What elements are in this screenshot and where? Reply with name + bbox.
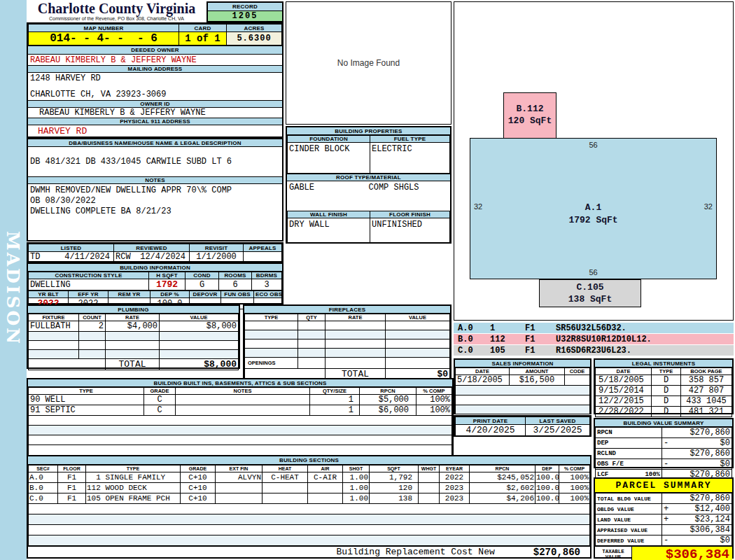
building-information-title: BUILDING INFORMATION [28,264,282,272]
grade-cell: C+10 [181,493,216,504]
mailing-address-label: MAILING ADDRESS [28,65,282,73]
owner-block: DEEDED OWNER RABEAU KIMBERLY B & JEFFERY… [27,45,284,138]
plumbing-table: FIXTURE COUNT RATE VALUE FULLBATH 2 $4,0… [28,314,239,370]
page-title: Charlotte County Virginia [28,1,205,16]
openings-label: OPENINGS [245,358,298,369]
dep-cell: 100.0 [536,493,559,504]
parcel-value-cell: -$0 [662,536,732,546]
air-cell [308,483,343,493]
print-date-value: 4/20/2025 [456,425,526,436]
parcel-value: $23,124 [695,514,730,524]
instrument-book-cell: 433 1045 [681,396,732,407]
dep-cell: 100.0 [536,472,559,483]
built-ins-section: BUILDING BUILT INS, BASEMENTS, ATTICS & … [27,378,454,456]
type-cell: 105 OPEN FRAME PCH [86,493,181,504]
eyear-cell: 2023 [440,493,470,504]
parcel-op: - [664,536,668,545]
whgt-cell [419,472,440,483]
reviewed-value: RCW12/4/2024 [114,252,190,262]
wall-floor-table: WALL FINISH FLOOR FINISH DRY WALL UNFINI… [287,211,450,244]
value-summary-table: RPCN $270,860 DEP -$0 RCLND $270,860 OBS… [595,427,732,480]
revisit-value: 1/1/2000 [190,252,244,262]
legal-instruments: LEGAL INSTRUMENTS DATE TYPE BOOK PAGE 5/… [594,358,734,414]
summary-value-cell: -$0 [662,459,732,470]
legend-sec: B.0 [458,335,490,344]
note-line: OB 08/30/2022 [30,196,280,206]
shgt-cell: 1.00 [343,493,370,504]
building-sections-table: SEC# FLOOR TYPE GRADE EXT FIN HEAT AIR S… [28,465,590,546]
floor-cell: F1 [58,472,86,483]
legal-description-label: DBA/BUISNESS NAME/HOUSE NAME & LEGAL DES… [28,139,282,147]
instrument-type-cell: D [652,375,681,386]
watermark-madison: MADISON [3,231,23,343]
wall-finish-value: DRY WALL [288,218,370,244]
instrument-date-cell: 5/18/2005 [596,375,652,386]
sales-table: DATE AMOUNT CODE 5/18/2005 $16,500 [455,368,590,414]
instruments-header: DATE [596,368,652,375]
sketch-shape-b: B.112 120 SqFt [503,92,556,140]
rooms-label: ROOMS [219,272,252,279]
legal-instruments-table: DATE TYPE BOOK PAGE 5/18/2005 D 358 857 … [595,368,732,417]
shape-b-area: 120 SqFt [504,115,556,127]
summary-value-cell: $270,860 [662,449,732,459]
sketch-shape-a: 56 56 32 32 A.1 1792 SqFt [470,138,717,279]
sketch-legend: A.0 1 F1 SR56U32L56D32. B.0 112 F1 U32R8… [454,323,734,356]
county-header: Charlotte County Virginia Commissioner o… [28,1,205,22]
table-row: 2/28/2022 D 481 321 [596,407,732,417]
empty-row [456,386,590,396]
summary-value: $0 [720,438,730,448]
summary-op: - [664,459,668,469]
count-cell: 2 [79,321,106,332]
notes-cell [176,405,310,416]
parcel-summary-title: PARCEL SUMMARY [595,479,732,493]
revisit-label: REVISIT [190,244,244,252]
value-summary-title: BUILDING VALUE SUMMARY [595,419,732,427]
empty-row [245,321,450,330]
parcel-value-cell: +$23,124 [662,514,732,525]
sections-header: WHGT [419,465,440,472]
legend-code: 1 [490,323,525,333]
sections-header: HEAT [262,465,308,472]
parcel-row: LAND VALUE +$23,124 [596,514,732,525]
notes-cell [176,395,310,405]
legend-code: 105 [490,346,525,356]
cond-value: G [186,279,219,290]
heat-cell [262,483,308,493]
sales-header: AMOUNT [510,368,565,375]
rooms-value: 6 [219,279,252,290]
floor-cell: F1 [58,483,86,493]
foundation-value: CINDER BLOCK [288,143,370,174]
parcel-op: + [664,504,668,514]
dep-label: DEP % [150,291,190,298]
comp-cell: 100% [416,405,452,416]
replacement-cost-label: Building Replacement Cost New [337,547,495,557]
extfin-cell [216,493,262,504]
instrument-type-cell: D [652,407,681,417]
parcel-label: DEFERRED VALUE [596,536,662,546]
foundation-fuel-table: FOUNDATION FUEL TYPE CINDER BLOCK ELECTR… [287,135,450,174]
openings-row: OPENINGS [245,358,450,369]
reviewed-by: RCW [115,252,131,262]
roof-values: GABLE COMP SHGLS [287,181,450,211]
fireplaces-header: VALUE [386,314,450,321]
summary-value: $270,860 [690,428,730,438]
shape-c-area: 138 SqFt [540,293,640,305]
replacement-cost-row: Building Replacement Cost New $270,860 [27,545,592,559]
mailing-line1: 1248 HARVEY RD [30,74,280,83]
rpcn-cell: $5,000 [360,395,416,405]
sale-date-cell: 5/18/2005 [456,375,510,386]
owner-id-value: RABEAU KIMBERLY B & JEFFERY WAYNE [28,108,282,118]
note-line: DWELLING COMPLETE BA 8/21/23 [30,206,280,217]
taxable-row: TAXABLE VALUE $306,384 [595,546,732,560]
empty-row [245,330,450,340]
built-ins-header: % COMP [416,388,452,395]
legend-row-b: B.0 112 F1 U32R8SU10R12D10L12. [454,334,734,344]
summary-op: - [664,438,668,448]
extfin-cell [216,483,262,493]
summary-row: OBS F/E -$0 [596,459,732,470]
built-ins-title: BUILDING BUILT INS, BASEMENTS, ATTICS & … [28,379,452,387]
sections-header: SQFT [370,465,419,472]
built-ins-header: GRADE [144,388,176,395]
last-saved-value: 3/25/2025 [526,425,590,436]
type-cell: 90 WELL [29,395,144,405]
